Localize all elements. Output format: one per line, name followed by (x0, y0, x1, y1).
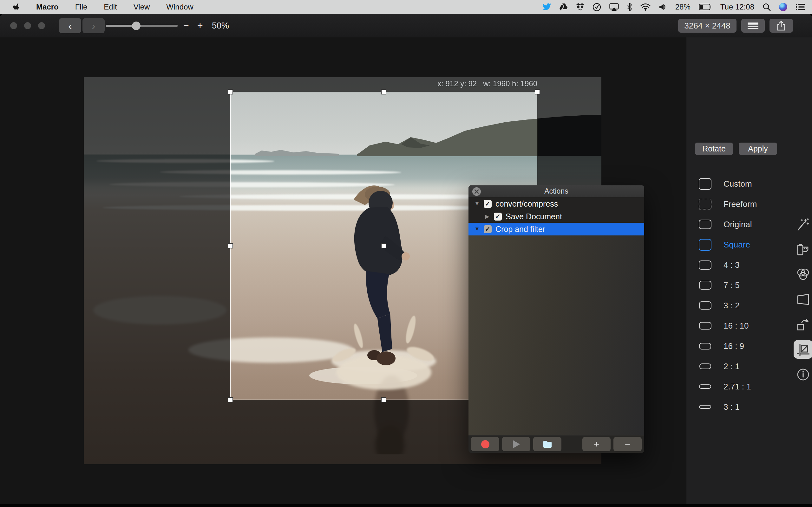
film-roll-icon (796, 243, 810, 256)
aspect-ratio-list: Custom Freeform Original Square 4 : 3 7 … (696, 174, 757, 417)
menu-edit[interactable]: Edit (104, 3, 117, 11)
share-button[interactable] (769, 19, 793, 33)
menu-file[interactable]: File (75, 3, 88, 11)
crop-icon (796, 343, 810, 356)
actions-list: ▼ ✓ convert/compress ▶ ✓ Save Document ▼… (468, 198, 644, 235)
action-row-crop-and-filter[interactable]: ▼ ✓ Crop and filter (468, 223, 644, 235)
close-window-button[interactable] (10, 22, 17, 29)
action-label[interactable]: Save Document (506, 212, 562, 221)
crop-handle-top-left[interactable] (228, 89, 233, 95)
aspect-option-16-10[interactable]: 16 : 10 (696, 316, 757, 336)
action-label[interactable]: Crop and filter (496, 225, 545, 234)
action-row-save-document[interactable]: ▶ ✓ Save Document (468, 210, 644, 223)
perspective-tool[interactable] (794, 287, 812, 312)
filters-tool[interactable] (794, 237, 812, 262)
zoom-slider-track[interactable] (106, 25, 177, 27)
twitter-icon[interactable] (542, 0, 551, 14)
zoom-slider-knob[interactable] (132, 21, 141, 30)
siri-icon[interactable] (779, 0, 787, 14)
aspect-option-freeform[interactable]: Freeform (696, 194, 757, 214)
play-icon (513, 440, 520, 448)
auto-enhance-tool[interactable] (794, 212, 812, 237)
record-action-button[interactable] (471, 437, 499, 451)
battery-icon[interactable] (699, 0, 712, 14)
action-label[interactable]: convert/compress (496, 199, 558, 209)
app-name[interactable]: Macro (36, 3, 59, 11)
custom-ratio-icon (696, 178, 714, 190)
menu-window[interactable]: Window (166, 3, 193, 11)
battery-percentage: 28% (675, 3, 691, 11)
bluetooth-icon[interactable] (627, 0, 632, 14)
rotate-button[interactable]: Rotate (695, 143, 733, 155)
back-button[interactable]: ‹ (59, 18, 81, 33)
play-action-button[interactable] (502, 437, 530, 451)
apple-menu-icon[interactable] (13, 0, 20, 14)
zoom-in-button[interactable]: + (197, 14, 203, 38)
dropbox-icon[interactable] (576, 0, 584, 14)
apply-button[interactable]: Apply (739, 143, 777, 155)
share-icon (777, 20, 786, 31)
add-action-button[interactable]: + (582, 437, 611, 451)
color-adjust-tool[interactable] (794, 262, 812, 287)
aspect-option-2-1[interactable]: 2 : 1 (696, 356, 757, 377)
crop-handle-top-center[interactable] (381, 89, 386, 95)
checkbox-checked[interactable]: ✓ (484, 200, 492, 208)
list-view-button[interactable] (741, 19, 765, 33)
image-dimensions-button[interactable]: 3264 × 2448 (678, 19, 737, 33)
crop-handle-bottom-center[interactable] (381, 397, 386, 402)
menu-view[interactable]: View (134, 3, 150, 11)
disclosure-right-icon[interactable]: ▶ (484, 213, 491, 220)
crop-handle-bottom-left[interactable] (228, 397, 233, 402)
window-controls (10, 22, 45, 29)
3-2-ratio-icon (696, 301, 714, 309)
crop-handle-middle-left[interactable] (228, 243, 233, 248)
info-tool[interactable] (794, 362, 812, 387)
aspect-option-custom[interactable]: Custom (696, 174, 757, 194)
folder-icon (543, 441, 552, 448)
spotlight-search-icon[interactable] (763, 0, 771, 14)
crop-tool-selected[interactable] (794, 337, 812, 362)
notification-center-icon[interactable] (796, 0, 805, 14)
aspect-option-3-2[interactable]: 3 : 2 (696, 295, 757, 316)
aspect-option-3-1[interactable]: 3 : 1 (696, 397, 757, 417)
zoom-level-label: 50% (212, 14, 229, 38)
remove-action-button[interactable]: − (613, 437, 642, 451)
2-71-1-ratio-icon (696, 384, 714, 389)
disclosure-down-icon[interactable]: ▼ (473, 226, 480, 232)
app-window: ‹ › − + 50% 3264 × 2448 (0, 14, 812, 504)
2-1-ratio-icon (696, 363, 714, 369)
16-10-ratio-icon (696, 322, 714, 330)
todo-check-icon[interactable] (593, 0, 601, 14)
zoom-window-button[interactable] (38, 22, 45, 29)
menu-bar-clock[interactable]: Tue 12:08 (720, 3, 754, 11)
aspect-option-original[interactable]: Original (696, 214, 757, 234)
actions-panel-header[interactable]: Actions (468, 185, 644, 198)
close-panel-button[interactable] (472, 187, 481, 196)
checkbox-checked[interactable]: ✓ (494, 213, 502, 221)
zoom-slider[interactable] (106, 14, 177, 38)
volume-icon[interactable] (659, 0, 667, 14)
crop-info-readout: x: 912 y: 92 w: 1960 h: 1960 (84, 79, 537, 88)
minimize-window-button[interactable] (24, 22, 31, 29)
checkbox-checked[interactable]: ✓ (484, 225, 492, 233)
toolbar: ‹ › − + 50% 3264 × 2448 (0, 14, 812, 38)
close-icon (474, 189, 479, 194)
wifi-icon[interactable] (641, 0, 651, 14)
aspect-option-16-9[interactable]: 16 : 9 (696, 336, 757, 356)
crop-handle-top-right[interactable] (535, 89, 540, 95)
aspect-option-square[interactable]: Square (696, 234, 757, 255)
aspect-option-7-5[interactable]: 7 : 5 (696, 275, 757, 295)
forward-button[interactable]: › (83, 18, 105, 33)
airplay-icon[interactable] (609, 0, 619, 14)
action-row-convert-compress[interactable]: ▼ ✓ convert/compress (468, 198, 644, 210)
google-drive-icon[interactable] (560, 0, 568, 14)
rotate-tool[interactable] (794, 312, 812, 337)
open-folder-button[interactable] (533, 437, 561, 451)
disclosure-down-icon[interactable]: ▼ (473, 201, 480, 207)
aspect-option-2-71-1[interactable]: 2.71 : 1 (696, 377, 757, 397)
hamburger-icon (748, 22, 758, 29)
aspect-option-4-3[interactable]: 4 : 3 (696, 255, 757, 275)
crop-handle-center[interactable] (381, 243, 386, 248)
freeform-ratio-icon (696, 199, 714, 210)
zoom-out-button[interactable]: − (183, 14, 189, 38)
